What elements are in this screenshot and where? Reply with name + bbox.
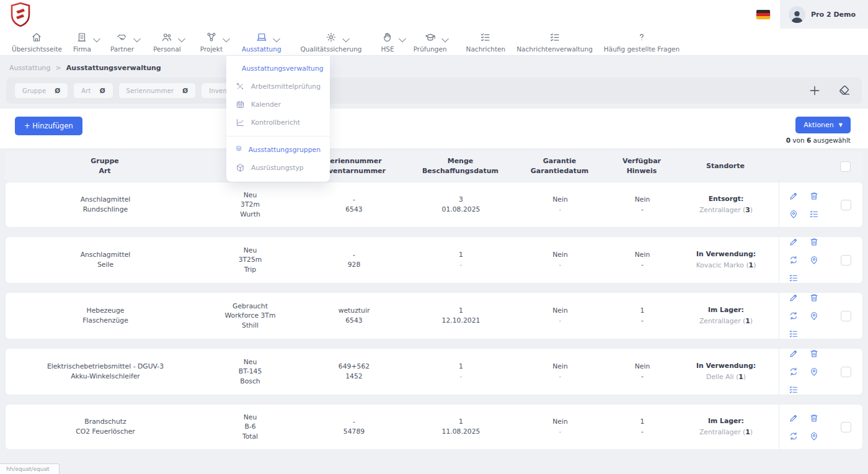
laptop-icon <box>256 32 267 43</box>
refresh-action-icon[interactable] <box>789 311 799 321</box>
cell-serial: -6543 <box>295 182 413 227</box>
refresh-action-icon[interactable] <box>789 255 799 265</box>
row-checkbox[interactable] <box>841 200 851 210</box>
cell-model: Neu3T25mTrip <box>205 237 295 283</box>
location-action-icon[interactable] <box>789 209 799 219</box>
menu-item-ausstattungsverwaltung[interactable]: Ausstattungsverwaltung <box>226 60 330 78</box>
location-detail[interactable]: Zentrallager (3) <box>699 205 753 215</box>
nav-item-firma[interactable]: Firma <box>68 32 105 53</box>
cell-available: Nein- <box>611 237 673 283</box>
nav-item-bersichtsseite[interactable]: Übersichtsseite <box>6 32 68 53</box>
filter-chip-gruppe[interactable]: GruppeØ <box>15 83 68 98</box>
location-detail[interactable]: Zentrallager (1) <box>699 316 753 326</box>
cell-available: 1- <box>611 293 673 339</box>
checklist-action-icon[interactable] <box>789 385 799 395</box>
cell-serial: -54789 <box>295 405 413 449</box>
user-menu[interactable]: Pro 2 Demo <box>780 0 868 29</box>
cell-qty: 1- <box>413 349 509 395</box>
layers-icon <box>236 145 242 154</box>
location-action-icon[interactable] <box>809 431 819 441</box>
filter-chip-art[interactable]: ArtØ <box>74 83 112 98</box>
nav-item-h-ufig-gestellte-fragen[interactable]: Häufig gestellte Fragen <box>598 32 685 53</box>
checklist-action-icon[interactable] <box>789 273 799 283</box>
delete-action-icon[interactable] <box>809 191 819 201</box>
cell-standorte: In Verwendung:Delle Ali (1) <box>673 349 779 395</box>
cell-group: AnschlagmittelSeile <box>6 237 205 283</box>
chevron-down-icon <box>221 35 232 46</box>
nav-item-nachrichten[interactable]: Nachrichten <box>461 32 512 53</box>
nav-item-personal[interactable]: Personal <box>148 32 195 53</box>
nav-item-qualit-tssicherung[interactable]: Qualitätssicherung <box>295 32 376 53</box>
edit-action-icon[interactable] <box>789 413 799 423</box>
app-logo-shield-icon <box>10 2 31 27</box>
nav-item-nachrichtenverwaltung[interactable]: Nachrichtenverwaltung <box>511 32 598 53</box>
cell-warranty: Nein- <box>509 405 611 449</box>
actions-button-label: Aktionen <box>804 121 834 129</box>
column-header-gruppe-art: GruppeArt <box>5 151 205 182</box>
nav-item-label: Häufig gestellte Fragen <box>604 45 680 53</box>
empty-filter-icon[interactable]: Ø <box>182 87 188 94</box>
checklist-action-icon[interactable] <box>809 209 819 219</box>
row-checkbox[interactable] <box>841 367 851 377</box>
location-detail[interactable]: Kovacic Marko (1) <box>696 261 756 271</box>
cell-available: Nein- <box>611 349 673 395</box>
empty-filter-icon[interactable]: Ø <box>55 87 60 94</box>
add-button[interactable]: + Hinzufügen <box>15 117 82 135</box>
delete-action-icon[interactable] <box>809 237 819 247</box>
add-filter-icon[interactable] <box>808 84 821 97</box>
nav-item-label: Übersichtsseite <box>12 45 62 53</box>
nav-item-pr-fungen[interactable]: Prüfungen <box>408 32 461 53</box>
edit-action-icon[interactable] <box>789 349 799 359</box>
nav-item-partner[interactable]: Partner <box>105 32 148 53</box>
filter-chip-seriennummer[interactable]: SeriennummerØ <box>119 83 196 98</box>
table-row: HebezeugeFlaschenzügeGebrauchtWorkforce … <box>5 292 863 339</box>
actions-button[interactable]: Aktionen ▼ <box>795 117 851 133</box>
checklist-action-icon[interactable] <box>789 329 799 339</box>
menu-item-label: Ausstattungsverwaltung <box>242 65 324 73</box>
nav-item-projekt[interactable]: Projekt <box>195 32 236 53</box>
cell-available: Nein- <box>611 182 673 227</box>
edit-action-icon[interactable] <box>789 237 799 247</box>
row-checkbox[interactable] <box>841 255 851 266</box>
location-detail[interactable]: Delle Ali (1) <box>706 372 746 382</box>
refresh-action-icon[interactable] <box>789 367 799 377</box>
select-all-checkbox[interactable] <box>840 161 851 172</box>
menu-item-arbeitsmittelpr-fung[interactable]: Arbeitsmittelprüfung <box>226 78 330 96</box>
cell-model: NeuBT-145Bosch <box>205 349 295 395</box>
row-checkbox[interactable] <box>841 422 851 432</box>
chevron-down-icon <box>131 35 143 46</box>
location-action-icon[interactable] <box>809 367 819 377</box>
location-detail[interactable]: Zentrallager (1) <box>699 427 753 437</box>
chevron-down-icon <box>440 35 451 46</box>
menu-item-ausstattungsgruppen[interactable]: Ausstattungsgruppen <box>226 141 330 159</box>
cell-standorte: Entsorgt:Zentrallager (3) <box>673 182 779 227</box>
location-action-icon[interactable] <box>809 255 819 265</box>
edit-action-icon[interactable] <box>789 293 799 303</box>
empty-filter-icon[interactable]: Ø <box>100 87 105 94</box>
breadcrumb-item-ausstattung[interactable]: Ausstattung <box>9 64 51 72</box>
menu-item-kontrollbericht[interactable]: Kontrollbericht <box>226 114 330 132</box>
location-status: Im Lager: <box>708 305 744 315</box>
nav-item-hse[interactable]: HSE <box>375 32 407 53</box>
cell-qty: 1- <box>413 237 509 283</box>
cell-serial: wetuztuir6543 <box>295 293 413 339</box>
delete-action-icon[interactable] <box>809 293 819 303</box>
menu-item-kalender[interactable]: Kalender <box>226 96 330 114</box>
chevron-down-icon <box>271 35 282 46</box>
language-flag-german[interactable] <box>756 10 770 19</box>
location-action-icon[interactable] <box>809 311 819 321</box>
delete-action-icon[interactable] <box>809 349 819 359</box>
nav-item-label: Personal <box>153 45 181 53</box>
edit-action-icon[interactable] <box>789 191 799 201</box>
delete-action-icon[interactable] <box>809 413 819 423</box>
column-header-standorte: Standorte <box>673 151 778 182</box>
refresh-action-icon[interactable] <box>789 431 799 441</box>
nav-item-ausstattung[interactable]: Ausstattung <box>236 32 295 53</box>
chevron-down-icon <box>397 35 408 46</box>
row-checkbox[interactable] <box>841 311 851 321</box>
nav-item-label: Qualitätssicherung <box>301 45 362 53</box>
menu-item-ausr-stungstyp[interactable]: Ausrüstungstyp <box>226 159 330 177</box>
table-toolbar: + Hinzufügen Aktionen ▼ 0 von 6 ausgewäh… <box>0 109 868 148</box>
graduation-cap-icon <box>425 32 436 43</box>
clear-filters-eraser-icon[interactable] <box>838 84 851 97</box>
